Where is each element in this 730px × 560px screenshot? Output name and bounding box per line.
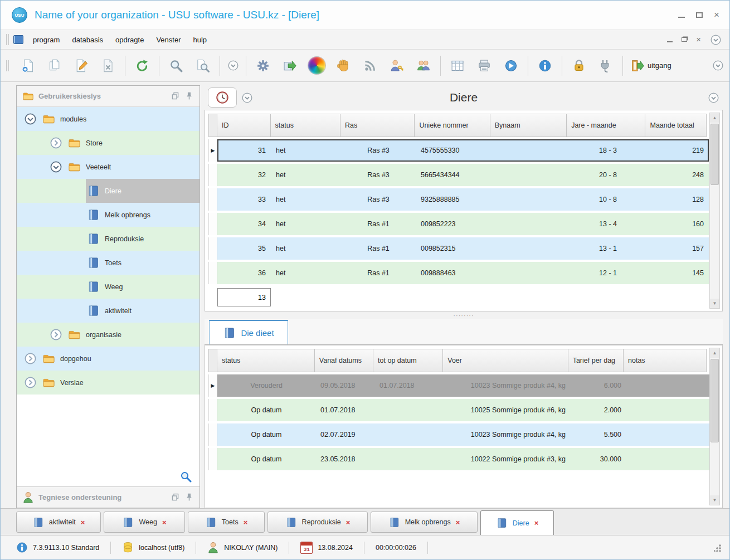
- scroll-down-icon[interactable]: [710, 495, 719, 505]
- close-tab-icon[interactable]: [534, 519, 539, 527]
- toolbar-grip[interactable]: [6, 60, 9, 71]
- close-tab-icon[interactable]: [162, 519, 167, 526]
- mdi-minimize-icon[interactable]: [667, 41, 673, 42]
- tab-die-dieet[interactable]: Die dieet: [209, 320, 288, 344]
- color-wheel-icon[interactable]: [304, 53, 329, 79]
- column-header-vanaf-datums[interactable]: Vanaf datums: [315, 349, 373, 372]
- chevron-circle-icon[interactable]: [241, 92, 253, 104]
- column-header-tot-op-datum[interactable]: tot op datum: [373, 349, 443, 372]
- vertical-scrollbar[interactable]: [709, 113, 720, 309]
- exit-button[interactable]: uitgang: [627, 59, 675, 72]
- scrollbar-thumb[interactable]: [710, 359, 719, 442]
- tree-item-dopgehou[interactable]: dopgehou: [17, 347, 199, 371]
- column-header-ras[interactable]: Ras: [340, 114, 415, 137]
- table-row[interactable]: 35 het Ras #1 009852315 13 - 1 157: [208, 237, 707, 260]
- go-forward-icon[interactable]: [499, 53, 523, 79]
- collapse-icon[interactable]: [23, 113, 37, 126]
- pin-panel-icon[interactable]: [184, 493, 194, 502]
- tab-weeg[interactable]: Weeg: [104, 512, 185, 533]
- delete-record-icon[interactable]: [96, 53, 120, 79]
- toolbar-chevron-circle-icon[interactable]: [712, 60, 724, 71]
- connection-plug-icon[interactable]: [593, 53, 618, 79]
- table-row[interactable]: Op datum 02.07.2019 10023 Sommige produk…: [208, 423, 707, 446]
- expand-icon[interactable]: [49, 137, 62, 150]
- column-header-notas[interactable]: notas: [624, 349, 707, 372]
- table-row[interactable]: 31 het Ras #3 4575555330 18 - 3 219: [208, 139, 707, 162]
- refresh-icon[interactable]: [130, 53, 154, 79]
- new-record-icon[interactable]: [16, 53, 40, 79]
- scrollbar-thumb[interactable]: [710, 124, 719, 185]
- search-icon[interactable]: [164, 53, 188, 79]
- table-row[interactable]: 33 het Ras #3 9325888885 10 - 8 128: [208, 188, 707, 211]
- resize-grip-icon[interactable]: [714, 544, 722, 552]
- table-row[interactable]: 36 het Ras #1 009888463 12 - 1 145: [208, 262, 707, 284]
- tree-item-veeteelt[interactable]: Veeteelt: [17, 155, 199, 179]
- import-export-icon[interactable]: [278, 53, 302, 79]
- tab-aktiwiteit[interactable]: aktiwiteit: [16, 512, 101, 533]
- tree-item-melk-opbrengs[interactable]: Melk opbrengs: [17, 203, 199, 227]
- expand-icon[interactable]: [23, 376, 37, 389]
- mdi-close-icon[interactable]: [696, 37, 701, 42]
- vertical-scrollbar[interactable]: [709, 348, 720, 505]
- close-tab-icon[interactable]: [456, 519, 460, 526]
- tree-item-verslae[interactable]: Verslae: [17, 371, 199, 395]
- print-icon[interactable]: [472, 53, 497, 79]
- minimize-icon[interactable]: [678, 17, 685, 18]
- toolbar-grip[interactable]: [6, 34, 9, 45]
- column-header-unieke-nommer[interactable]: Unieke nommer: [415, 114, 490, 137]
- table-row[interactable]: Op datum 23.05.2018 10022 Sommige produk…: [208, 448, 707, 470]
- menubar-chevron-circle-icon[interactable]: [710, 34, 722, 46]
- table-row[interactable]: Op datum 01.07.2018 10025 Sommige produk…: [208, 399, 707, 421]
- tree-item-modules[interactable]: modules: [17, 107, 199, 131]
- scroll-down-icon[interactable]: [710, 299, 719, 308]
- maximize-icon[interactable]: [696, 12, 703, 18]
- collapse-icon[interactable]: [49, 160, 62, 174]
- column-header-jare-maande[interactable]: Jare - maande: [567, 114, 645, 137]
- tab-melk-opbrengs[interactable]: Melk opbrengs: [371, 512, 478, 533]
- menu-databasis[interactable]: databasis: [66, 33, 109, 47]
- support-panel-header[interactable]: Tegniese ondersteuning: [17, 486, 199, 508]
- column-header-voer[interactable]: Voer: [443, 349, 568, 372]
- user-permissions-icon[interactable]: [385, 53, 409, 79]
- scroll-up-icon[interactable]: [710, 113, 719, 123]
- menu-program[interactable]: program: [27, 33, 66, 47]
- tree-item-diere[interactable]: Diere: [17, 179, 199, 203]
- chevron-circle-icon[interactable]: [708, 92, 719, 104]
- float-panel-icon[interactable]: [171, 91, 180, 101]
- tree-item-organisasie[interactable]: organisasie: [17, 323, 199, 347]
- mdi-restore-icon[interactable]: [682, 37, 687, 42]
- information-icon[interactable]: [533, 53, 557, 79]
- copy-record-icon[interactable]: [42, 53, 67, 79]
- time-tracking-button[interactable]: [208, 87, 237, 108]
- tab-diere[interactable]: Diere: [480, 510, 554, 535]
- menu-opdragte[interactable]: opdragte: [109, 33, 150, 47]
- news-feed-icon[interactable]: [358, 53, 382, 79]
- close-tab-icon[interactable]: [244, 519, 248, 526]
- hand-tool-icon[interactable]: [331, 53, 356, 79]
- column-header-status[interactable]: status: [271, 114, 340, 137]
- expand-icon[interactable]: [49, 328, 62, 342]
- user-groups-icon[interactable]: [411, 53, 436, 79]
- lock-icon[interactable]: [567, 53, 591, 79]
- table-row[interactable]: Verouderd 09.05.2018 01.07.2018 10023 So…: [208, 374, 707, 397]
- menu-hulp[interactable]: hulp: [187, 33, 213, 47]
- tab-toets[interactable]: Toets: [188, 512, 265, 533]
- pin-panel-icon[interactable]: [184, 91, 194, 101]
- table-grid-icon[interactable]: [445, 53, 470, 79]
- tree-item-reproduksie[interactable]: Reproduksie: [17, 227, 199, 251]
- table-row[interactable]: 34 het Ras #1 009852223 13 - 4 160: [208, 213, 707, 235]
- column-header-id[interactable]: ID: [217, 114, 271, 137]
- column-header-status[interactable]: status: [217, 349, 315, 372]
- menu-venster[interactable]: Venster: [150, 33, 187, 47]
- close-tab-icon[interactable]: [81, 519, 85, 526]
- tree-item-weeg[interactable]: Weeg: [17, 275, 199, 299]
- edit-record-icon[interactable]: [69, 53, 94, 79]
- search-in-document-icon[interactable]: [191, 53, 215, 79]
- window-menu-icon[interactable]: [13, 35, 23, 44]
- chevron-circle-icon[interactable]: [225, 53, 241, 79]
- panel-splitter[interactable]: [205, 311, 723, 319]
- id-filter-input[interactable]: [217, 288, 271, 306]
- tree-item-toets[interactable]: Toets: [17, 251, 199, 275]
- settings-gear-icon[interactable]: [251, 53, 275, 79]
- close-tab-icon[interactable]: [346, 519, 351, 526]
